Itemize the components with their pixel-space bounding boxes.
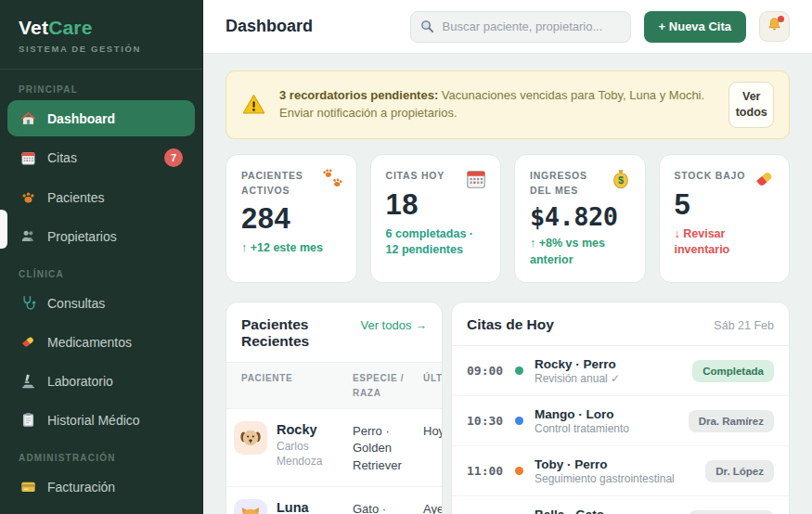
stat-label: CITAS HOY <box>386 169 458 184</box>
brand-care: Care <box>48 17 93 38</box>
patient-last-visit: Hoy (09:00) <box>416 421 443 474</box>
paw-icon <box>19 188 37 206</box>
sidebar-section-administracion: ADMINISTRACIÓN <box>19 453 184 463</box>
new-cita-button[interactable]: + Nueva Cita <box>644 11 746 43</box>
sidebar-item-historial[interactable]: Historial Médico <box>7 402 195 438</box>
stat-label: PACIENTES ACTIVOS <box>241 169 313 199</box>
doctor-badge: Dra. Ramírez <box>689 510 774 514</box>
patient-species: Gato · Persa <box>345 499 416 514</box>
sidebar: VetCare SISTEMA DE GESTIÓN PRINCIPAL Das… <box>0 0 203 514</box>
stat-value: 18 <box>386 188 486 222</box>
sidebar-item-medicamentos[interactable]: Medicamentos <box>7 324 195 360</box>
stat-label: STOCK BAJO <box>675 169 746 184</box>
svg-text:$: $ <box>617 174 623 186</box>
topbar: Dashboard + Nueva Cita <box>203 0 812 54</box>
ver-todos-alert-button[interactable]: Ver todos <box>728 82 774 128</box>
sidebar-item-pacientes[interactable]: Pacientes <box>7 179 195 215</box>
credit-card-icon <box>19 478 37 495</box>
people-icon <box>19 227 37 245</box>
status-dot <box>515 467 523 475</box>
stethoscope-icon <box>19 294 37 312</box>
appointment-row-1215[interactable]: 12:15 Bella · Gato Esterilización Dra. R… <box>452 496 789 514</box>
sidebar-item-label: Historial Médico <box>47 413 140 428</box>
appointment-row-1100[interactable]: 11:00 Toby · Perro Seguimiento gastroint… <box>452 446 789 496</box>
stat-label: INGRESOS DEL MES <box>530 169 601 199</box>
dog-face-icon <box>234 421 267 455</box>
doctor-badge: Dr. López <box>705 460 774 482</box>
sidebar-scrollbar-thumb[interactable] <box>0 210 7 249</box>
search-input[interactable] <box>410 11 631 43</box>
appointment-patient: Toby · Perro <box>535 457 705 471</box>
stats-grid: PACIENTES ACTIVOS 284 ↑ +12 este mes CIT… <box>226 154 790 284</box>
recent-patients-title: Pacientes Recientes <box>241 316 354 350</box>
sidebar-item-label: Dashboard <box>47 111 115 126</box>
status-dot <box>515 417 523 425</box>
appointment-desc: Revisión anual ✓ <box>535 372 692 385</box>
appointment-desc: Control tratamiento <box>535 422 689 435</box>
patient-species: Perro · Golden Retriever <box>345 421 416 474</box>
sidebar-item-propietarios[interactable]: Propietarios <box>7 218 195 254</box>
sidebar-item-facturacion[interactable]: Facturación <box>7 469 195 505</box>
status-dot <box>515 366 523 375</box>
citas-count-badge: 7 <box>164 148 183 167</box>
appointment-patient: Mango · Loro <box>535 407 689 421</box>
sidebar-item-consultas[interactable]: Consultas <box>7 285 195 321</box>
appointment-row-1030[interactable]: 10:30 Mango · Loro Control tratamiento D… <box>452 396 789 446</box>
appointment-patient: Bella · Gato <box>535 508 689 514</box>
sidebar-item-citas[interactable]: Citas 7 <box>7 139 195 176</box>
dashboard-content: 3 recordatorios pendientes: Vacunaciones… <box>203 54 812 514</box>
sidebar-item-label: Consultas <box>47 296 105 311</box>
sidebar-section-principal: PRINCIPAL <box>19 84 184 95</box>
stat-value: 5 <box>675 188 775 222</box>
logo-block: VetCare SISTEMA DE GESTIÓN <box>0 0 202 70</box>
cat-face-icon <box>234 499 267 514</box>
sidebar-item-dashboard[interactable]: Dashboard <box>7 100 195 136</box>
bottom-grid: Pacientes Recientes Ver todos → PACIENTE… <box>226 302 790 514</box>
clipboard-icon <box>19 411 37 429</box>
appointment-row-0900[interactable]: 09:00 Rocky · Perro Revisión anual ✓ Com… <box>452 346 789 396</box>
notifications-button[interactable] <box>759 11 790 42</box>
patients-table-header: PACIENTE ESPECIE / RAZA ÚLTIMA VISITA <box>226 363 443 409</box>
stat-sub: ↓ Revisar inventario <box>675 226 775 259</box>
sidebar-item-label: Medicamentos <box>47 335 132 350</box>
alert-bold: 3 recordatorios pendientes: <box>279 88 438 102</box>
paw-icon <box>320 167 344 191</box>
sidebar-item-label: Facturación <box>47 480 115 495</box>
patient-row-rocky[interactable]: Rocky Carlos Mendoza Perro · Golden Retr… <box>226 409 443 487</box>
pill-icon <box>19 333 37 351</box>
appointment-patient: Rocky · Perro <box>535 357 692 371</box>
pill-icon <box>753 167 777 191</box>
sidebar-item-label: Pacientes <box>47 190 104 205</box>
notification-dot <box>778 16 784 22</box>
appointment-time: 09:00 <box>467 364 509 378</box>
patient-name: Rocky <box>277 422 317 437</box>
calendar-icon <box>464 167 488 191</box>
stat-value: $4.820 <box>530 202 630 231</box>
sidebar-item-label: Propietarios <box>47 229 117 244</box>
stat-card-citas-hoy: CITAS HOY 18 6 completadas · 12 pendient… <box>370 154 502 284</box>
patient-row-luna[interactable]: Luna Ana García Gato · Persa Ayer 14:30 <box>226 487 443 514</box>
ver-todos-patients-link[interactable]: Ver todos → <box>360 318 427 332</box>
calendar-icon <box>19 149 37 167</box>
appointment-time: 10:30 <box>467 414 509 428</box>
stat-sub: 6 completadas · 12 pendientes <box>386 226 486 259</box>
brand-tagline: SISTEMA DE GESTIÓN <box>19 44 184 54</box>
patient-owner: Carlos Mendoza <box>277 440 338 469</box>
brand-vet: Vet <box>19 17 48 38</box>
search-icon <box>419 19 435 34</box>
stat-sub: ↑ +12 este mes <box>241 240 342 257</box>
appointments-header: Citas de Hoy Sáb 21 Feb <box>452 302 789 346</box>
appointments-title: Citas de Hoy <box>467 316 554 333</box>
page-title: Dashboard <box>226 17 313 36</box>
reminders-alert: 3 recordatorios pendientes: Vacunaciones… <box>226 71 790 139</box>
recent-patients-header: Pacientes Recientes Ver todos → <box>226 302 442 363</box>
appointment-time: 11:00 <box>467 464 509 478</box>
search-wrap <box>410 11 631 43</box>
column-paciente: PACIENTE <box>226 363 345 408</box>
sidebar-item-laboratorio[interactable]: Laboratorio <box>7 363 195 399</box>
main-area: Dashboard + Nueva Cita 3 recordatorios p… <box>203 0 812 514</box>
doctor-badge: Dra. Ramírez <box>689 410 774 432</box>
home-icon <box>19 109 37 127</box>
stat-card-stock-bajo: STOCK BAJO 5 ↓ Revisar inventario <box>659 154 791 284</box>
stat-card-ingresos: INGRESOS DEL MES $ $4.820 ↑ +8% vs mes a… <box>514 154 646 284</box>
